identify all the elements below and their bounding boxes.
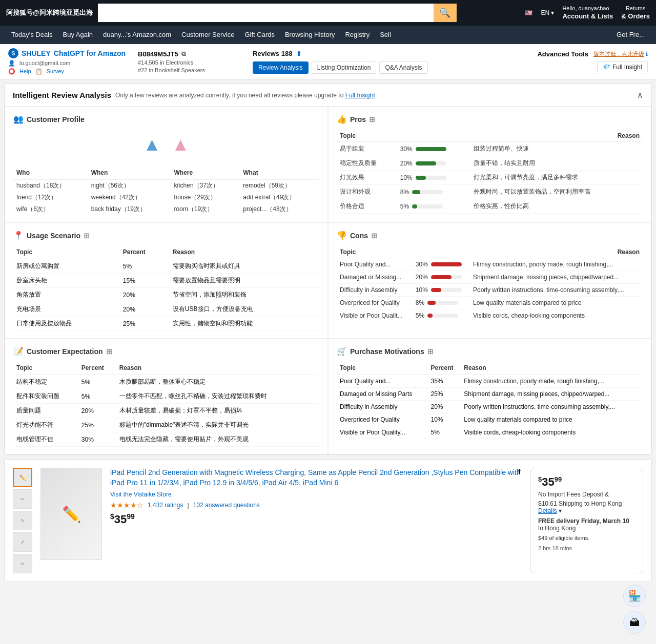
nav-browsing-history[interactable]: Browsing History xyxy=(280,26,340,44)
tab-listing-optimization[interactable]: Listing Optimization xyxy=(312,61,377,74)
topic-cell: 电线管理不佳 xyxy=(13,432,78,447)
nav-amazon-com[interactable]: duany...'s Amazon.com xyxy=(98,26,176,44)
percent-cell: 20% xyxy=(120,302,170,317)
secondary-navigation: Today's Deals Buy Again duany...'s Amazo… xyxy=(0,26,656,44)
table-row: friend（12次） weekend（42次） house（29次） add … xyxy=(13,192,319,203)
nav-gift-cards[interactable]: Gift Cards xyxy=(239,26,280,44)
percent-cell: 25% xyxy=(120,317,170,331)
expectation-table: Topic Percent Reason 结构不稳定 5% 木质腿部易断，整体重… xyxy=(13,362,319,447)
grid-icon-cons[interactable]: ⊞ xyxy=(371,232,377,240)
nav-sell[interactable]: Sell xyxy=(375,26,396,44)
upgrade-link[interactable]: 版本过低，点此升级 ℹ xyxy=(593,50,648,58)
table-row: wife（6次） back friday（19次） room（19次） proj… xyxy=(13,203,319,215)
percent-cell: 10% xyxy=(397,171,470,185)
reviews-section: Reviews 188 ⬆ Review Analysis Listing Op… xyxy=(253,50,427,74)
nav-registry[interactable]: Registry xyxy=(340,26,375,44)
rank1: #14,505 in Electronics xyxy=(138,59,240,66)
table-row: Damaged or Missing Parts 25% Shipment da… xyxy=(337,388,643,401)
search-input[interactable] xyxy=(98,4,434,22)
product-thumb-2[interactable]: ✏ xyxy=(13,489,32,509)
star-rating: ★★★★☆ xyxy=(110,501,144,509)
nav-get-free[interactable]: Get Fre... xyxy=(611,26,650,44)
product-thumb-5[interactable]: ✏ xyxy=(13,554,32,573)
product-thumb-4[interactable]: ✐ xyxy=(13,532,32,552)
percent-cell: 25% xyxy=(427,388,461,401)
full-insight-label: Full Insight xyxy=(612,64,642,71)
col-when: When xyxy=(88,167,171,180)
grid-icon-purchase[interactable]: ⊞ xyxy=(427,347,434,356)
grid-icon-usage[interactable]: ⊞ xyxy=(84,232,90,240)
tab-review-analysis[interactable]: Review Analysis xyxy=(253,61,309,74)
rank2: #22 in Bookshelf Speakers xyxy=(138,67,240,73)
col-where: Where xyxy=(171,167,240,180)
language-selector[interactable]: EN ▾ xyxy=(541,9,554,16)
reviews-header: Reviews 188 ⬆ xyxy=(253,50,427,57)
cons-col-percent xyxy=(413,246,470,258)
upgrade-anchor[interactable]: 版本过低，点此升级 xyxy=(593,51,644,57)
advanced-tools-title: Advanced Tools xyxy=(537,50,588,58)
plugin-header: S SHULEY ChatGPT for Amazon 👤 lu.guocl@g… xyxy=(0,44,656,79)
details-link[interactable]: Details xyxy=(538,507,557,514)
top-navigation: 阿搜狐号@阿米跨境亚觅出海 🔍 🇺🇸 EN ▾ Hello, duanyacha… xyxy=(0,0,656,26)
survey-link[interactable]: Survey xyxy=(47,68,64,75)
percent-cell: 35% xyxy=(427,375,461,388)
topic-cell: Poor Quality and... xyxy=(337,258,413,271)
reason-cell: Poorly written instructions, time-consum… xyxy=(461,401,643,413)
grid-icon-pros[interactable]: ⊞ xyxy=(369,115,375,123)
pros-col-percent xyxy=(397,130,470,142)
product-thumbnails: ✏️ ✏ ✎ ✐ ✏ xyxy=(13,468,32,573)
reason-cell: 实用性，储物空间和照明功能 xyxy=(170,317,319,331)
product-thumb-3[interactable]: ✎ xyxy=(13,511,32,530)
pros-col-reason: Reason xyxy=(470,130,643,142)
returns-link[interactable]: Returns & Orders xyxy=(621,5,650,20)
usage-col-percent: Percent xyxy=(120,246,170,259)
percent-cell: 30% xyxy=(78,432,116,447)
reason-cell: 价格实惠，性价比高 xyxy=(470,199,643,214)
asin-row: B0849M5JT5 ⧉ xyxy=(138,50,240,58)
cons-panel: 👎 Cons ⊞ Topic Reason Poor Quality and..… xyxy=(328,223,651,339)
share-button[interactable]: ⬆ xyxy=(517,468,522,475)
table-row: 配件和安装问题 5% 一些零件不匹配，螺丝孔不精确，安装过程繁琐和费时 xyxy=(13,389,319,404)
topic-cell: Difficulty in Assembly xyxy=(337,284,413,297)
full-insight-link[interactable]: Full Insight xyxy=(345,92,375,99)
usage-scenario-table: Topic Percent Reason 新房或公寓购置 5% 需要购买临时家具… xyxy=(13,246,319,331)
ratings-count[interactable]: 1,432 ratings xyxy=(148,502,183,509)
table-row: Difficulty in Assembly 20% Poorly writte… xyxy=(337,401,643,413)
thumbs-down-icon: 👎 xyxy=(337,231,347,240)
cons-col-reason: Reason xyxy=(470,246,643,258)
purchase-table: Topic Percent Reason Poor Quality and...… xyxy=(337,362,643,439)
buy-box: $3599 No Import Fees Deposit & $10.61 Sh… xyxy=(530,468,643,573)
greeting-text: Hello, duanyachao xyxy=(562,5,613,12)
nav-buy-again[interactable]: Buy Again xyxy=(58,26,98,44)
table-row: 角落放置 20% 节省空间，添加照明和装饰 xyxy=(13,288,319,302)
percent-cell: 20% xyxy=(427,401,461,413)
product-thumb-1[interactable]: ✏️ xyxy=(13,468,32,487)
table-row: 新房或公寓购置 5% 需要购买临时家具或灯具 xyxy=(13,259,319,274)
copy-icon[interactable]: ⧉ xyxy=(181,50,186,57)
collapse-button[interactable]: ∧ xyxy=(637,90,643,100)
table-row: 易于组装 30% 组装过程简单、快速 xyxy=(337,142,643,156)
plugin-links: ⭕ Help 📋 Survey xyxy=(8,68,126,75)
export-icon[interactable]: ⬆ xyxy=(296,50,302,57)
help-link[interactable]: Help xyxy=(19,68,31,75)
nav-todays-deals[interactable]: Today's Deals xyxy=(6,26,58,44)
nav-customer-service[interactable]: Customer Service xyxy=(176,26,239,44)
account-dropdown[interactable]: Hello, duanyachao Account & Lists xyxy=(562,5,613,20)
qa-count[interactable]: 102 answered questions xyxy=(193,502,260,509)
topic-cell: Overpriced for Quality xyxy=(337,413,427,426)
ira-section: Intelligent Review Analysis Only a few r… xyxy=(4,84,652,455)
full-insight-button[interactable]: 💎 Full Insight xyxy=(597,61,648,73)
topic-cell: 易于组装 xyxy=(337,142,397,156)
grid-icon-expectation[interactable]: ⊞ xyxy=(106,347,112,356)
product-store[interactable]: Visit the Vistaike Store xyxy=(110,491,522,498)
purchase-motivations-panel: 🛒 Purchase Motivations ⊞ Topic Percent R… xyxy=(328,339,651,454)
search-bar[interactable]: 🔍 xyxy=(98,4,457,22)
reason-cell: 电线无法完全隐藏，需要使用贴片，外观不美观 xyxy=(116,432,319,447)
reason-cell: Low quality materials compared to price xyxy=(461,413,643,426)
tab-qa-analysis[interactable]: Q&A Analysis xyxy=(379,61,427,74)
shipping-info: $10.61 Shipping to Hong Kong Details ▾ xyxy=(538,500,636,514)
reason-cell: 标题中的"dimmable"表述不清，实际并非可调光 xyxy=(116,418,319,432)
search-button[interactable]: 🔍 xyxy=(434,4,457,22)
percent-cell: 8% xyxy=(397,185,470,199)
topic-cell: 充电场景 xyxy=(13,302,120,317)
